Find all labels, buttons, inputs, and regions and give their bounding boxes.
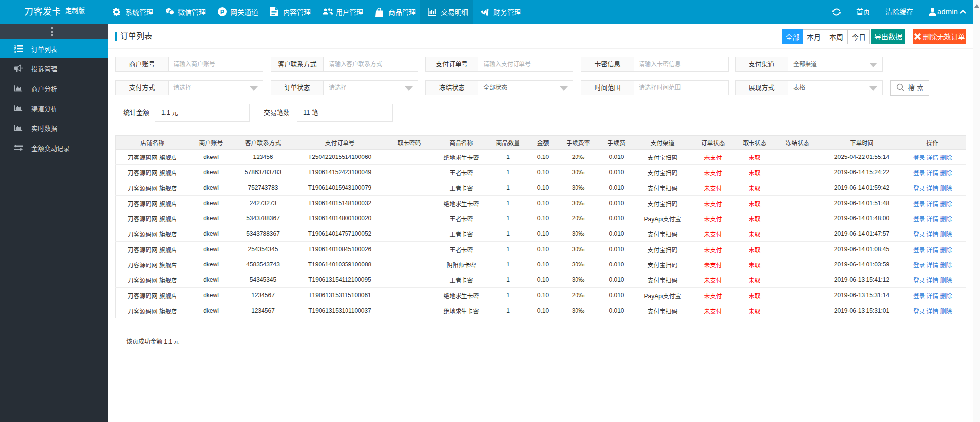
- svg-text:P: P: [220, 9, 224, 16]
- svg-text:3: 3: [14, 50, 16, 53]
